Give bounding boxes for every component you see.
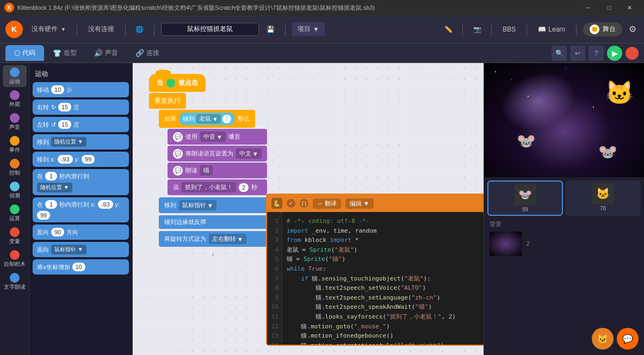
script-area[interactable]: 当 被点击 重复执行 如果 碰到 老 [133, 63, 484, 355]
category-sound[interactable]: 声音 [3, 111, 27, 133]
green-flag-button[interactable]: ▶ [607, 46, 622, 61]
backdrop-row: 2 [487, 229, 641, 258]
project-label: 项目 [298, 24, 311, 34]
sensing-dot [10, 182, 20, 191]
code-line-13: 猫.text2speech_speakAndWait("喵") [287, 302, 484, 312]
category-tts[interactable]: 文字朗读 [3, 271, 27, 292]
hardware-selector[interactable]: 没有硬件 ▼ [27, 22, 70, 36]
set-voice-block[interactable]: 💬 使用 中音▼ 嗓音 [168, 129, 267, 145]
category-control[interactable]: 控制 [3, 157, 27, 178]
set-lang-block[interactable]: 💬 将朗读语言设置为 中文▼ [168, 146, 267, 161]
hat-block[interactable]: 当 被点击 [149, 74, 206, 92]
category-looks[interactable]: 外观 [3, 88, 27, 110]
lang-dropdown[interactable]: 中文▼ [236, 148, 262, 159]
say-block[interactable]: 说 抓到了，小老鼠！ 2 秒 [168, 179, 267, 195]
code-line-10: if 猫.sensing_touchingobject("老鼠"): [287, 274, 484, 284]
category-events[interactable]: 事件 [3, 134, 27, 155]
file-name-input[interactable] [161, 23, 259, 36]
close-button[interactable]: ✕ [619, 0, 640, 15]
backdrop-thumbnail[interactable] [490, 232, 522, 256]
edit-icon-button[interactable]: ✏️ [441, 22, 456, 37]
tab-connect[interactable]: 🔗 连接 [127, 45, 168, 61]
translate-button[interactable]: ↔ 翻译 [313, 198, 341, 209]
camera-button[interactable]: 📷 [469, 22, 485, 37]
help-button[interactable]: ? [589, 46, 604, 61]
stop-button[interactable] [626, 47, 639, 60]
checkbox-icon[interactable]: ✓ [287, 199, 295, 208]
variables-label: 变量 [9, 238, 20, 245]
move-to-mouse-block[interactable]: 移到 鼠标指针▼ [159, 197, 267, 213]
star-1 [495, 71, 496, 72]
touch-target-dropdown[interactable]: 老鼠▼ [196, 114, 221, 123]
repeat-header[interactable]: 重复执行 [149, 93, 186, 109]
glide-random-block[interactable]: 在 1 秒内滑行到 随机位置 ▼ [33, 169, 129, 195]
connection-selector[interactable]: 没有连接 [84, 22, 119, 36]
python-icon: 🐍 [271, 198, 282, 209]
operators-label: 运算 [9, 215, 20, 222]
app-icon: K [4, 3, 14, 13]
speak-text[interactable]: 喵 [200, 165, 213, 176]
looks-dot [10, 90, 20, 100]
if-header[interactable]: 如果 碰到 老鼠▼ ? 那么 [159, 110, 255, 128]
learn-button[interactable]: 📖 Learn [534, 23, 569, 35]
category-variables[interactable]: 变量 [3, 225, 27, 247]
code-text[interactable]: # -*- coding: utf-8 -*- import _env, tim… [282, 212, 484, 345]
project-button[interactable]: 项目 ▼ [292, 22, 325, 36]
bounce-block[interactable]: 碰到边缘就反弹 [159, 215, 267, 229]
save-button[interactable]: 💾 [263, 22, 278, 37]
touching-block[interactable]: 碰到 老鼠▼ ? [179, 113, 235, 125]
divider-2 [125, 23, 126, 36]
set-rotation-block[interactable]: 将旋转方式设为 左右翻转▼ [159, 231, 267, 247]
project-dropdown-arrow: ▼ [313, 26, 319, 33]
point-mouse-block[interactable]: 面向 鼠标指针 ▼ [33, 242, 129, 257]
speak-block[interactable]: 💬 朗读 喵 [168, 163, 267, 178]
category-motion[interactable]: 运动 [3, 65, 27, 87]
rotation-dropdown[interactable]: 左右翻转▼ [209, 234, 246, 244]
learn-book-icon: 📖 [538, 26, 546, 33]
events-label: 事件 [9, 147, 20, 153]
minimize-button[interactable]: ─ [578, 0, 598, 15]
say-content[interactable]: 抓到了，小老鼠！ [182, 182, 236, 192]
backdrop-number: 2 [527, 241, 530, 247]
variables-dot [10, 227, 20, 237]
code-editor-body: 1 2 3 4 5 6 7 8 9 10 11 12 13 14 15 16 1 [267, 212, 484, 345]
change-x-block[interactable]: 将x坐标增加 10 [33, 259, 129, 275]
sprite-card-cat[interactable]: 🐱 78 [565, 180, 641, 216]
category-operators[interactable]: 运算 [3, 202, 27, 224]
code-line-2: import _env, time, random [287, 226, 484, 236]
voice-dropdown[interactable]: 中音▼ [200, 132, 226, 142]
goto-xy-block[interactable]: 移到 x: -93 y: 99 [33, 152, 129, 167]
stage-button[interactable]: 😊 舞台 [583, 22, 622, 36]
category-sensing[interactable]: 侦测 [3, 179, 27, 201]
bbs-button[interactable]: BBS [498, 23, 520, 35]
motion-dot [10, 67, 20, 77]
undo-button[interactable]: ↩ [570, 46, 585, 61]
move-target-dropdown[interactable]: 鼠标指针▼ [179, 200, 216, 210]
sprite-card-mouse[interactable]: 🐭 99 [487, 180, 563, 216]
support-chat-button[interactable]: 💬 [617, 328, 639, 350]
turn-left-block[interactable]: 左转 ↺ 15 度 [33, 117, 129, 132]
help-chat-button[interactable]: 🐱 [592, 328, 614, 350]
maximize-button[interactable]: □ [598, 0, 619, 15]
globe-button[interactable]: 🌐 [132, 22, 147, 37]
code-icon: ⬡ [14, 49, 20, 57]
glide-xy-block[interactable]: 在 1 秒内滑行到 x: -93 y: 99 [33, 197, 129, 222]
edit-button[interactable]: 编辑 ▼ [345, 198, 374, 209]
tts-lang-icon: 💬 [173, 149, 183, 159]
move-block[interactable]: 移动 10 步 [33, 82, 129, 97]
tab-sound[interactable]: 🔊 声音 [85, 45, 127, 61]
divider-5 [462, 23, 463, 36]
if-block[interactable]: 如果 碰到 老鼠▼ ? 那么 💬 使用 [159, 110, 267, 195]
search-button[interactable]: 🔍 [552, 46, 567, 61]
goto-random-block[interactable]: 移到 随机位置 ▼ [33, 134, 129, 150]
toolbar: K 没有硬件 ▼ 没有连接 🌐 💾 项目 ▼ ✏️ 📷 BBS 📖 Learn … [0, 15, 644, 43]
turn-right-block[interactable]: 右转 ↻ 15 度 [33, 99, 129, 115]
point-dir-block[interactable]: 面向 90 方向 [33, 225, 129, 240]
stage-canvas[interactable]: 🐱 🐭 🐭 [484, 63, 644, 177]
category-custom[interactable]: 自制积木 [3, 248, 27, 270]
tab-costume[interactable]: 👕 造型 [44, 45, 85, 61]
mouse-sprite-1: 🐭 [517, 132, 536, 150]
star-2 [511, 79, 512, 80]
settings-button[interactable]: ⚙ [627, 22, 639, 36]
tab-code[interactable]: ⬡ 代码 [5, 45, 44, 61]
